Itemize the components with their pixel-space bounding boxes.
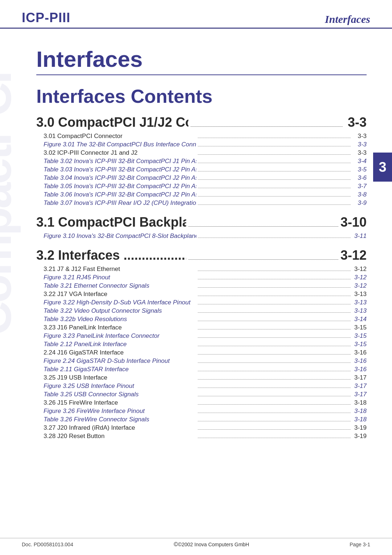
toc-entry-322: 3.22 J17 VGA Interface 3-13 — [36, 291, 367, 298]
toc-entry-tbl306-label: Table 3.06 Inova's ICP-PIII 32-Bit Compa… — [44, 191, 196, 198]
toc-dots-224 — [198, 354, 351, 355]
toc-entry-fig321-label: Figure 3.21 RJ45 Pinout — [44, 274, 196, 281]
toc-entry-326-label: 3.26 J15 FireWire Interface — [44, 399, 196, 406]
toc-entry-tbl305-page: 3-7 — [352, 183, 367, 190]
toc-entry-321-page: 3-12 — [352, 266, 367, 273]
toc-entry-321-label: 3.21 J7 & J12 Fast Ethernet — [44, 266, 196, 273]
toc-entry-tbl305: Table 3.05 Inova's ICP-PIII 32-Bit Compa… — [36, 183, 367, 190]
toc-entry-tbl321: Table 3.21 Ethernet Connector Signals 3-… — [36, 282, 367, 289]
toc-dots-321 — [198, 271, 351, 271]
toc-dots-tbl303 — [198, 171, 351, 171]
toc-dots-328 — [198, 438, 351, 438]
toc-entry-224-label: 2.24 J16 GigaSTAR Interface — [44, 349, 196, 356]
toc-entry-328-label: 3.28 J20 Reset Button — [44, 433, 196, 440]
toc-entry-301-page: 3-3 — [352, 133, 367, 140]
toc-dots-fig322 — [198, 304, 351, 304]
toc-dots-31 — [188, 226, 338, 227]
toc-entry-326-page: 3-18 — [352, 399, 367, 406]
toc-entry-325: 3.25 J19 USB Interface 3-17 — [36, 374, 367, 381]
toc-entry-327: 3.27 J20 Infrared (iRdA) Interface 3-19 — [36, 424, 367, 432]
toc-section-31-page: 3-10 — [340, 214, 367, 231]
toc-dots-fig326 — [198, 413, 351, 413]
toc-entry-fig322-label: Figure 3.22 High-Density D-Sub VGA Inter… — [44, 299, 196, 306]
toc-dots-tbl305 — [198, 188, 351, 188]
main-content: Interfaces Interfaces Contents 3.0 Compa… — [0, 29, 392, 455]
toc-entry-fig323: Figure 3.23 PanelLink Interface Connecto… — [36, 332, 367, 340]
toc-section-32-page: 3-12 — [340, 247, 367, 264]
toc-dots-323 — [198, 329, 351, 329]
toc-entry-fig310-label: Figure 3.10 Inova's 32-Bit CompactPCI 8-… — [44, 232, 196, 240]
toc-dots-tbl321 — [198, 287, 351, 288]
toc-dots-30 — [191, 126, 343, 127]
toc-entry-tbl326: Table 3.26 FireWire Connector Signals 3-… — [36, 416, 367, 423]
toc-entry-fig301-label: Figure 3.01 The 32-Bit CompactPCI Bus In… — [44, 141, 196, 148]
toc-section-30-label: 3.0 CompactPCI J1/J2 Connector ... — [36, 114, 188, 131]
toc-dots-tbl322 — [198, 312, 351, 313]
toc-dots-325 — [198, 379, 351, 380]
toc-entry-tbl211: Table 2.11 GigaSTAR Interface 3-16 — [36, 366, 367, 373]
toc-dots-fig301 — [198, 146, 351, 146]
toc-entry-325-label: 3.25 J19 USB Interface — [44, 374, 196, 381]
toc-dots-fig321 — [198, 279, 351, 279]
chapter-divider — [36, 74, 367, 75]
toc-entry-fig323-page: 3-15 — [352, 332, 367, 340]
toc-entry-fig321: Figure 3.21 RJ45 Pinout 3-12 — [36, 274, 367, 281]
page: ICP-PIII Interfaces CompactPCI 3 Interfa… — [0, 0, 392, 555]
toc-dots-fig323 — [198, 337, 351, 338]
table-of-contents: 3.0 CompactPCI J1/J2 Connector ... 3-3 3… — [36, 114, 367, 439]
toc-entry-322-page: 3-13 — [352, 291, 367, 298]
section-heading: Interfaces Contents — [36, 86, 367, 107]
toc-entry-tbl304-label: Table 3.04 Inova's ICP-PIII 32-Bit Compa… — [44, 174, 196, 182]
toc-entry-224: 2.24 J16 GigaSTAR Interface 3-16 — [36, 349, 367, 356]
toc-dots-tbl211 — [198, 371, 351, 371]
toc-dots-322 — [198, 296, 351, 296]
toc-dots-301 — [198, 138, 351, 138]
toc-entry-fig322: Figure 3.22 High-Density D-Sub VGA Inter… — [36, 299, 367, 306]
toc-entry-fig325-page: 3-17 — [352, 382, 367, 390]
toc-dots-tbl322b — [198, 321, 351, 321]
footer-copyright: ©©2002 Inova Computers GmbH — [173, 541, 249, 548]
toc-dots-326 — [198, 404, 351, 405]
toc-entry-fig326-page: 3-18 — [352, 408, 367, 415]
toc-entry-fig224-page: 3-16 — [352, 357, 367, 365]
toc-entry-tbl306-page: 3-8 — [352, 191, 367, 198]
toc-entry-tbl307-page: 3-9 — [352, 199, 367, 207]
toc-entry-tbl322: Table 3.22 Video Output Connector Signal… — [36, 307, 367, 315]
page-header: ICP-PIII Interfaces — [0, 0, 392, 29]
toc-entry-tbl307: Table 3.07 Inova's ICP-PIII Rear I/O J2 … — [36, 199, 367, 207]
toc-entry-tbl303-label: Table 3.03 Inova's ICP-PIII 32-Bit Compa… — [44, 166, 196, 173]
toc-entry-328: 3.28 J20 Reset Button 3-19 — [36, 433, 367, 440]
footer-doc-id: Doc. PD00581013.004 — [22, 542, 73, 547]
toc-entry-327-page: 3-19 — [352, 424, 367, 432]
toc-section-32: 3.2 Interfaces .........................… — [36, 247, 367, 264]
toc-entry-tbl212: Table 2.12 PanelLink Interface 3-15 — [36, 341, 367, 348]
toc-dots-fig224 — [198, 362, 351, 363]
toc-dots-327 — [198, 429, 351, 430]
toc-section-30-page: 3-3 — [345, 114, 367, 131]
toc-entry-224-page: 3-16 — [352, 349, 367, 356]
toc-entry-301-label: 3.01 CompactPCI Connector — [44, 133, 196, 140]
toc-entry-tbl322b-label: Table 3.22b Video Resolutions — [44, 316, 196, 323]
toc-entry-322-label: 3.22 J17 VGA Interface — [44, 291, 196, 298]
toc-entry-323-label: 3.23 J16 PanelLink Interface — [44, 324, 196, 331]
toc-entry-tbl211-label: Table 2.11 GigaSTAR Interface — [44, 366, 196, 373]
toc-section-31-label: 3.1 CompactPCI Backplane ......... — [36, 214, 186, 231]
toc-entry-301: 3.01 CompactPCI Connector 3-3 — [36, 133, 367, 140]
toc-entry-fig310-page: 3-11 — [352, 232, 367, 240]
toc-entry-fig326-label: Figure 3.26 FireWire Interface Pinout — [44, 408, 196, 415]
toc-entry-tbl322b: Table 3.22b Video Resolutions 3-14 — [36, 316, 367, 323]
chapter-title: Interfaces — [36, 47, 367, 72]
toc-entry-tbl322b-page: 3-14 — [352, 316, 367, 323]
toc-entry-tbl322-label: Table 3.22 Video Output Connector Signal… — [44, 307, 196, 315]
toc-entry-tbl307-label: Table 3.07 Inova's ICP-PIII Rear I/O J2 … — [44, 199, 196, 207]
toc-dots-tbl326 — [198, 421, 351, 421]
toc-section-32-label: 3.2 Interfaces .........................… — [36, 247, 186, 264]
toc-dots-tbl325 — [198, 396, 351, 396]
toc-entry-tbl212-label: Table 2.12 PanelLink Interface — [44, 341, 196, 348]
toc-entry-tbl304: Table 3.04 Inova's ICP-PIII 32-Bit Compa… — [36, 174, 367, 182]
toc-dots-fig310 — [198, 238, 351, 238]
toc-entry-fig224: Figure 2.24 GigaSTAR D-Sub Interface Pin… — [36, 357, 367, 365]
toc-entry-325-page: 3-17 — [352, 374, 367, 381]
toc-entry-tbl325-page: 3-17 — [352, 391, 367, 398]
toc-entry-fig301-page: 3-3 — [352, 141, 367, 148]
